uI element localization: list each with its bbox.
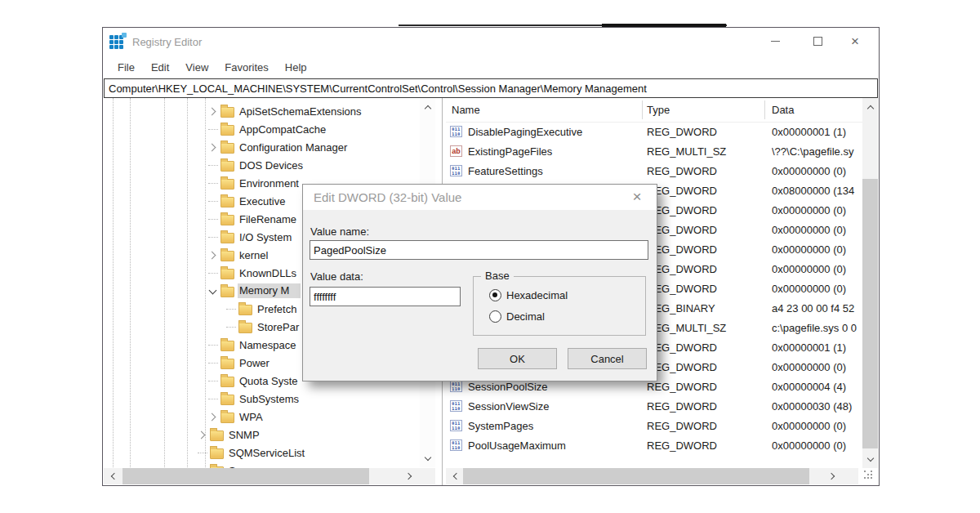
scrollbar-thumb[interactable] xyxy=(463,468,809,484)
value-data-input[interactable] xyxy=(310,287,461,306)
folder-icon xyxy=(220,359,234,369)
scrollbar-thumb[interactable] xyxy=(122,468,369,484)
registry-value-row[interactable]: 011110PoolUsageMaximumREG_DWORD0x0000000… xyxy=(446,436,862,456)
minimize-icon xyxy=(771,41,780,42)
decimal-radio-row[interactable]: Decimal xyxy=(489,310,545,323)
tree-connector xyxy=(205,230,220,244)
chevron-right-icon[interactable] xyxy=(205,409,220,424)
tree-item[interactable]: Quota Syste xyxy=(205,372,298,390)
cancel-button[interactable]: Cancel xyxy=(568,348,647,369)
tree-item[interactable]: Executive xyxy=(205,192,285,210)
dialog-close-button[interactable]: × xyxy=(626,186,648,207)
tree-connector xyxy=(223,301,238,316)
tree-item[interactable]: StorePar xyxy=(223,318,299,336)
tree-item[interactable]: KnownDLLs xyxy=(205,264,296,282)
resize-grip[interactable] xyxy=(864,471,875,482)
folder-icon xyxy=(220,251,234,261)
scroll-down-arrow[interactable] xyxy=(862,452,878,466)
tree-item[interactable]: Power xyxy=(205,354,270,372)
scroll-up-arrow[interactable] xyxy=(862,100,878,114)
tree-item[interactable]: FileRename xyxy=(205,210,296,228)
list-horizontal-scrollbar[interactable] xyxy=(446,468,858,484)
registry-value-row[interactable]: 011110DisablePagingExecutiveREG_DWORD0x0… xyxy=(446,123,862,142)
value-name: ExistingPageFiles xyxy=(468,145,641,158)
scroll-right-arrow[interactable] xyxy=(825,468,840,484)
tree-item-label: SQMServiceList xyxy=(229,447,305,459)
value-data: 0x00000001 (1) xyxy=(772,341,862,354)
tree-item[interactable]: SubSystems xyxy=(205,390,299,408)
decimal-radio-button[interactable] xyxy=(489,310,501,323)
menu-edit[interactable]: Edit xyxy=(143,61,177,74)
tree-item-label: DOS Devices xyxy=(239,159,303,172)
registry-value-row[interactable]: 011110SystemPagesREG_DWORD0x00000000 (0) xyxy=(446,417,862,436)
value-data: 0x00000000 (0) xyxy=(772,361,862,373)
tree-item[interactable]: Memory M xyxy=(205,282,301,300)
scroll-down-arrow[interactable] xyxy=(420,451,435,466)
dword-value-icon: 011110 xyxy=(450,400,462,412)
chevron-right-icon[interactable] xyxy=(194,427,210,442)
tree-item[interactable]: DOS Devices xyxy=(205,156,303,174)
menu-help[interactable]: Help xyxy=(277,61,315,74)
folder-icon xyxy=(238,323,252,333)
hexadecimal-radio-row[interactable]: Hexadecimal xyxy=(489,289,568,301)
tree-connector xyxy=(205,212,220,226)
minimize-button[interactable] xyxy=(756,28,794,54)
maximize-button[interactable] xyxy=(799,28,836,54)
chevron-right-icon[interactable] xyxy=(205,104,220,118)
base-groupbox: Base Hexadecimal Decimal xyxy=(473,276,646,336)
value-type: REG_DWORD xyxy=(647,165,717,177)
menu-view[interactable]: View xyxy=(177,61,216,74)
tree-item-label: WPA xyxy=(239,411,263,423)
hexadecimal-radio-button[interactable] xyxy=(489,289,501,301)
ok-button[interactable]: OK xyxy=(478,348,557,369)
tree-connector xyxy=(194,445,210,460)
value-name: FeatureSettings xyxy=(468,165,641,177)
tree-item[interactable]: SQMServiceList xyxy=(194,444,305,462)
value-name-input[interactable] xyxy=(310,240,648,260)
tree-item[interactable]: AppCompatCache xyxy=(205,120,326,138)
tree-item[interactable]: Environment xyxy=(205,174,299,192)
chevron-right-icon[interactable] xyxy=(205,248,220,262)
chevron-right-icon[interactable] xyxy=(205,140,220,154)
value-data: c:\pagefile.sys 0 0 xyxy=(772,322,862,334)
menu-favorites[interactable]: Favorites xyxy=(216,61,276,74)
scroll-left-arrow[interactable] xyxy=(448,468,462,484)
tree-item[interactable]: ApiSetSchemaExtensions xyxy=(205,102,362,120)
value-type: REG_DWORD xyxy=(647,126,717,138)
value-data: 0x00000001 (1) xyxy=(772,126,862,138)
folder-icon xyxy=(210,430,224,441)
scroll-right-arrow[interactable] xyxy=(402,468,416,484)
chevron-down-icon[interactable] xyxy=(205,283,220,298)
tree-item-label: Prefetch xyxy=(257,303,296,315)
tree-item-label: Configuration Manager xyxy=(239,141,347,154)
folder-icon xyxy=(220,107,234,118)
tree-item-label: Environment xyxy=(239,177,299,190)
registry-value-row[interactable]: 011110SessionViewSizeREG_DWORD0x00000030… xyxy=(446,397,862,417)
tree-horizontal-scrollbar[interactable] xyxy=(104,468,435,484)
tree-item[interactable]: Namespace xyxy=(205,336,296,354)
tree-item[interactable]: SNMP xyxy=(194,426,260,444)
tree-item[interactable]: I/O System xyxy=(205,228,292,246)
tree-item-label: SubSystems xyxy=(239,393,299,405)
scroll-left-arrow[interactable] xyxy=(105,468,120,484)
dword-value-icon: 011110 xyxy=(450,420,462,431)
value-data: 0x00000000 (0) xyxy=(772,439,862,452)
scroll-up-arrow[interactable] xyxy=(420,100,435,114)
tree-connector xyxy=(223,319,238,334)
tree-item[interactable]: Prefetch xyxy=(223,300,296,318)
registry-value-row[interactable]: abExistingPageFilesREG_MULTI_SZ\??\C:\pa… xyxy=(446,142,862,162)
menu-file[interactable]: File xyxy=(109,61,143,74)
value-data: 0x00000004 (4) xyxy=(772,381,862,393)
scrollbar-thumb[interactable] xyxy=(862,179,878,448)
tree-item[interactable]: Configuration Manager xyxy=(205,138,347,156)
close-button[interactable]: × xyxy=(836,28,874,54)
value-name: SessionViewSize xyxy=(468,400,641,413)
tree-item[interactable]: WPA xyxy=(205,408,263,426)
list-vertical-scrollbar[interactable] xyxy=(862,98,878,468)
dword-value-icon: 011110 xyxy=(450,381,462,392)
decimal-radio-label: Decimal xyxy=(506,310,545,323)
address-bar-input[interactable] xyxy=(104,78,878,98)
tree-item[interactable]: kernel xyxy=(205,246,268,264)
maximize-icon xyxy=(813,37,822,46)
registry-value-row[interactable]: 011110FeatureSettingsREG_DWORD0x00000000… xyxy=(446,162,862,181)
